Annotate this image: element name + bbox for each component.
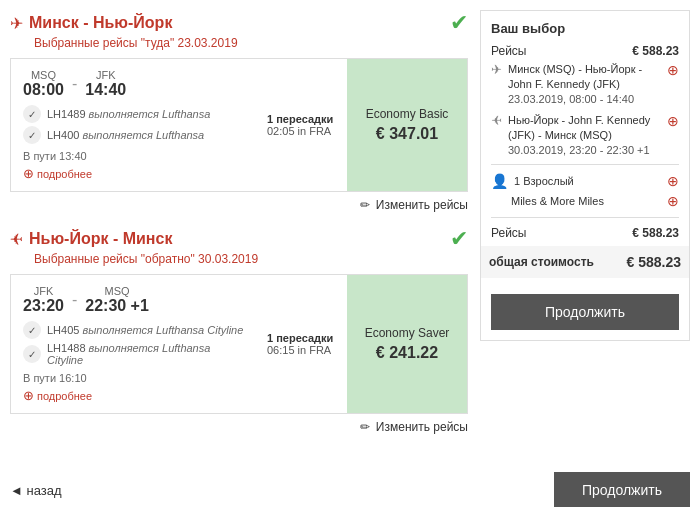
right-inbound-block: ✈ Нью-Йорк - John F. Kennedy (JFK) - Мин… <box>491 113 679 156</box>
right-subtotal-value: € 588.23 <box>632 226 679 240</box>
inbound-from-code: JFK <box>23 285 64 297</box>
inbound-travel-time: В пути 16:10 <box>23 372 245 384</box>
inbound-segment2-icon: ✓ <box>23 345 41 363</box>
outbound-section: ✈ Минск - Нью-Йорк ✔ Выбранные рейсы "ту… <box>10 10 468 212</box>
inbound-segment1: ✓ LH405 выполняется Lufthansa Cityline <box>23 321 245 339</box>
right-inbound-plane-icon: ✈ <box>491 113 502 128</box>
outbound-seg1-airline: выполняется Lufthansa <box>89 108 211 120</box>
miles-add-icon[interactable]: ⊕ <box>667 193 679 209</box>
outbound-change-label[interactable]: Изменить рейсы <box>376 198 468 212</box>
right-subtotal-row: Рейсы € 588.23 <box>491 226 679 240</box>
outbound-price-class: Economy Basic <box>366 107 449 121</box>
outbound-segment2-text: LH400 выполняется Lufthansa <box>47 129 204 141</box>
outbound-travel-time: В пути 13:40 <box>23 150 245 162</box>
inbound-seg2-flight: LH1488 <box>47 342 86 354</box>
outbound-seg2-flight: LH400 <box>47 129 79 141</box>
outbound-times-row: MSQ 08:00 - JFK 14:40 <box>23 69 245 99</box>
right-inbound-route: Нью-Йорк - John F. Kennedy (JFK) - Минск… <box>508 113 661 144</box>
outbound-segment1-icon: ✓ <box>23 105 41 123</box>
outbound-change-row: ✏ Изменить рейсы <box>10 198 468 212</box>
outbound-seg1-flight: LH1489 <box>47 108 86 120</box>
outbound-to: JFK 14:40 <box>85 69 126 99</box>
left-panel: ✈ Минск - Нью-Йорк ✔ Выбранные рейсы "ту… <box>10 10 480 448</box>
inbound-flight-info: JFK 23:20 - MSQ 22:30 +1 ✓ <box>11 275 257 413</box>
right-flights-total: € 588.23 <box>632 44 679 58</box>
inbound-stops-col: 1 пересадки 06:15 in FRA <box>257 275 347 413</box>
inbound-price: € 241.22 <box>376 344 438 362</box>
right-inbound-add-icon[interactable]: ⊕ <box>667 113 679 129</box>
right-outbound-datetime: 23.03.2019, 08:00 - 14:40 <box>508 93 661 105</box>
inbound-change-label[interactable]: Изменить рейсы <box>376 420 468 434</box>
inbound-edit-icon: ✏ <box>360 420 370 434</box>
inbound-more-link[interactable]: ⊕ подробнее <box>23 388 245 403</box>
outbound-more-link[interactable]: ⊕ подробнее <box>23 166 245 181</box>
inbound-dash: - <box>72 291 77 309</box>
inbound-arrive-time: 22:30 +1 <box>85 297 149 315</box>
right-inbound-text: Нью-Йорк - John F. Kennedy (JFK) - Минск… <box>508 113 661 156</box>
outbound-arrive-time: 14:40 <box>85 81 126 99</box>
outbound-segment2: ✓ LH400 выполняется Lufthansa <box>23 126 245 144</box>
outbound-edit-icon: ✏ <box>360 198 370 212</box>
outbound-flight-info: MSQ 08:00 - JFK 14:40 ✓ LH1 <box>11 59 257 191</box>
right-outbound-detail-row: ✈ Минск (MSQ) - Нью-Йорк - John F. Kenne… <box>491 62 679 105</box>
bottom-bar: ◄ назад Продолжить <box>0 462 700 507</box>
outbound-from: MSQ 08:00 <box>23 69 64 99</box>
plane-inbound-icon: ✈ <box>10 230 23 249</box>
right-inbound-datetime: 30.03.2019, 23:20 - 22:30 +1 <box>508 144 661 156</box>
outbound-segments: ✓ LH1489 выполняется Lufthansa ✓ LH400 в… <box>23 105 245 144</box>
right-passenger-row: 👤 1 Взрослый ⊕ <box>491 173 679 189</box>
outbound-card: MSQ 08:00 - JFK 14:40 ✓ LH1 <box>10 58 468 192</box>
inbound-price-class: Economy Saver <box>365 326 450 340</box>
inbound-section: ✈ Нью-Йорк - Минск ✔ Выбранные рейсы "об… <box>10 226 468 434</box>
total-value: € 588.23 <box>627 254 682 270</box>
inbound-price-box: Economy Saver € 241.22 <box>347 275 467 413</box>
back-link[interactable]: ◄ назад <box>10 483 62 498</box>
right-inbound-detail-row: ✈ Нью-Йорк - John F. Kennedy (JFK) - Мин… <box>491 113 679 156</box>
outbound-depart-time: 08:00 <box>23 81 64 99</box>
inbound-segment2: ✓ LH1488 выполняется Lufthansa Cityline <box>23 342 245 366</box>
right-total-block: общая стоимость € 588.23 <box>481 246 689 278</box>
outbound-direction: Минск - Нью-Йорк <box>29 14 172 32</box>
inbound-seg1-airline: выполняется Lufthansa Cityline <box>82 324 243 336</box>
outbound-segment2-icon: ✓ <box>23 126 41 144</box>
outbound-seg2-airline: выполняется Lufthansa <box>82 129 204 141</box>
plane-outbound-icon: ✈ <box>10 14 23 33</box>
total-label: общая стоимость <box>489 255 594 269</box>
bottom-continue-button[interactable]: Продолжить <box>554 472 690 507</box>
right-flights-row: Рейсы € 588.23 <box>491 44 679 58</box>
passenger-add-icon[interactable]: ⊕ <box>667 173 679 189</box>
inbound-more-label[interactable]: подробнее <box>37 390 92 402</box>
right-continue-button[interactable]: Продолжить <box>491 294 679 330</box>
inbound-check-icon: ✔ <box>450 226 468 252</box>
inbound-to: MSQ 22:30 +1 <box>85 285 149 315</box>
inbound-subtitle: Выбранные рейсы "обратно" 30.03.2019 <box>34 252 468 266</box>
outbound-from-code: MSQ <box>23 69 64 81</box>
inbound-card: JFK 23:20 - MSQ 22:30 +1 ✓ <box>10 274 468 414</box>
inbound-to-code: MSQ <box>85 285 149 297</box>
outbound-more-plus-icon: ⊕ <box>23 166 34 181</box>
inbound-header: ✈ Нью-Йорк - Минск ✔ <box>10 226 468 252</box>
inbound-stops-detail: 06:15 in FRA <box>267 344 331 356</box>
right-subtotal-label: Рейсы <box>491 226 526 240</box>
right-flights-label: Рейсы <box>491 44 526 58</box>
outbound-subtitle: Выбранные рейсы "туда" 23.03.2019 <box>34 36 468 50</box>
inbound-more-plus-icon: ⊕ <box>23 388 34 403</box>
right-outbound-route: Минск (MSQ) - Нью-Йорк - John F. Kennedy… <box>508 62 661 93</box>
right-outbound-add-icon[interactable]: ⊕ <box>667 62 679 78</box>
right-panel: Ваш выбор Рейсы € 588.23 ✈ Минск (MSQ) -… <box>480 10 690 341</box>
person-icon: 👤 <box>491 173 508 189</box>
inbound-segment1-icon: ✓ <box>23 321 41 339</box>
outbound-check-icon: ✔ <box>450 10 468 36</box>
outbound-stops-detail: 02:05 in FRA <box>267 125 331 137</box>
outbound-dash: - <box>72 75 77 93</box>
outbound-segment1: ✓ LH1489 выполняется Lufthansa <box>23 105 245 123</box>
right-outbound-plane-icon: ✈ <box>491 62 502 77</box>
divider1 <box>491 164 679 165</box>
inbound-change-row: ✏ Изменить рейсы <box>10 420 468 434</box>
inbound-stops-count: 1 пересадки <box>267 332 333 344</box>
inbound-segments: ✓ LH405 выполняется Lufthansa Cityline ✓… <box>23 321 245 366</box>
right-miles-row: Miles & More Miles ⊕ <box>491 193 679 209</box>
outbound-more-label[interactable]: подробнее <box>37 168 92 180</box>
inbound-from: JFK 23:20 <box>23 285 64 315</box>
outbound-to-code: JFK <box>85 69 126 81</box>
